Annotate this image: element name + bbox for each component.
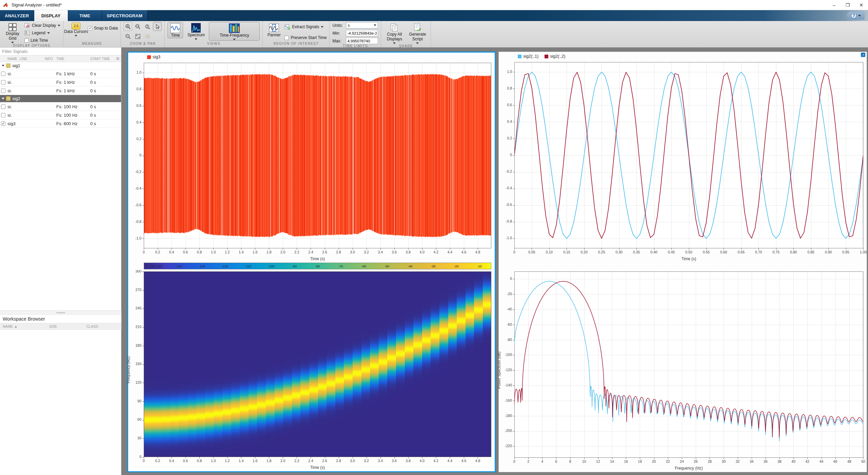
workspace-browser-title: Workspace Browser bbox=[0, 315, 121, 323]
colorbar-tick: -60 bbox=[352, 264, 375, 268]
tab-spectrogram[interactable]: SPECTROGRAM bbox=[102, 10, 147, 21]
zoom-out-button[interactable] bbox=[123, 32, 132, 41]
panel-splitter[interactable] bbox=[0, 310, 121, 315]
legend-label: sig2(:,1) bbox=[523, 54, 538, 59]
title-bar: Signal Analyzer - untitled* – ❐ ✕ bbox=[0, 0, 868, 10]
display-2[interactable]: sig2(:,1)sig2(:,2) Time (s) Power Spectr… bbox=[498, 52, 867, 472]
time-view-button[interactable]: Time bbox=[167, 22, 183, 38]
time-view-label: Time bbox=[171, 33, 180, 38]
sig3-spectrogram-plot[interactable]: Frequency (Hz) bbox=[128, 270, 495, 465]
restore-button[interactable]: ❐ bbox=[841, 0, 854, 10]
signal-row-si.[interactable]: si.Fs: 1 kHz0 s bbox=[0, 70, 121, 78]
panner-button[interactable]: Panner bbox=[265, 22, 282, 38]
preserve-start-time-checkbox[interactable]: Preserve Start Time bbox=[284, 34, 327, 41]
pointer-tool-button[interactable] bbox=[153, 22, 162, 31]
tab-time[interactable]: TIME bbox=[68, 10, 102, 21]
sig2-spectrum-plot[interactable]: Power Spectrum (dB) bbox=[499, 270, 867, 466]
signal-start-time: 0 s bbox=[90, 104, 116, 109]
clear-display-button[interactable]: Clear Display bbox=[24, 22, 60, 29]
zoom-y-button[interactable] bbox=[143, 22, 152, 31]
link-time-checkbox[interactable]: Link Time bbox=[24, 37, 60, 44]
section-label-measure: MEASURE bbox=[63, 42, 120, 47]
checkbox-unchecked-icon bbox=[24, 38, 29, 43]
display-1-selected[interactable]: sig3 Time (s) -150 (dB)-140-130-120-110-… bbox=[127, 52, 496, 472]
fit-to-view-button[interactable] bbox=[133, 32, 142, 41]
signal-table-header: NAMELINEINFOTIMESTART TIME⚙ bbox=[0, 56, 121, 62]
checkbox-unchecked-icon[interactable] bbox=[1, 72, 5, 76]
close-button[interactable]: ✕ bbox=[854, 0, 868, 10]
signal-start-time: 0 s bbox=[90, 121, 116, 126]
units-dropdown[interactable]: s bbox=[346, 22, 378, 28]
checkbox-unchecked-icon[interactable] bbox=[1, 89, 5, 93]
snap-to-data-checkbox[interactable]: ✓ Snap to Data bbox=[88, 25, 118, 32]
signal-row-si.[interactable]: si.Fs: 1 kHz0 s bbox=[0, 78, 121, 87]
sig2-time-xlabel: Time (s) bbox=[499, 256, 867, 263]
max-input[interactable] bbox=[346, 38, 378, 44]
help-button[interactable]: ? bbox=[847, 12, 865, 20]
signal-group-row-sig2[interactable]: sig2 bbox=[0, 95, 121, 102]
column-header[interactable]: INFO bbox=[45, 57, 56, 61]
tab-analyzer[interactable]: ANALYZER bbox=[0, 10, 34, 21]
display-grid-label: Display Grid bbox=[3, 32, 22, 41]
collapse-triangle-icon[interactable] bbox=[2, 98, 4, 99]
filter-signals-input[interactable] bbox=[0, 48, 121, 56]
group-name: sig2 bbox=[12, 96, 20, 101]
checkbox-unchecked-icon[interactable] bbox=[1, 113, 5, 117]
workspace-browser: Workspace Browser NAME ▲SIZECLASS bbox=[0, 310, 121, 330]
signal-row-si.[interactable]: si.Fs: 100 Hz0 s bbox=[0, 111, 121, 119]
signal-row-si.[interactable]: si.Fs: 100 Hz0 s bbox=[0, 102, 121, 111]
maximize-display-icon[interactable]: ↗ bbox=[861, 53, 865, 57]
signal-row-si.[interactable]: si.Fs: 1 kHz0 s bbox=[0, 87, 121, 95]
column-header[interactable]: LINE bbox=[20, 57, 45, 61]
tab-display[interactable]: DISPLAY bbox=[34, 10, 68, 21]
panner-icon bbox=[269, 23, 279, 33]
workspace-column-class[interactable]: CLASS bbox=[86, 324, 117, 328]
min-input[interactable] bbox=[346, 30, 378, 36]
workspace-column-name[interactable]: NAME ▲ bbox=[0, 324, 49, 328]
display-grid-button[interactable]: Display Grid bbox=[3, 22, 22, 43]
extract-signals-button[interactable]: Extract Signals bbox=[284, 23, 327, 30]
zoom-x-button[interactable] bbox=[133, 22, 142, 31]
colorbar-tick: -10 bbox=[468, 264, 491, 268]
sig2-time-plot[interactable] bbox=[499, 61, 867, 256]
column-header[interactable]: TIME bbox=[56, 57, 90, 61]
column-header[interactable]: START TIME bbox=[90, 57, 116, 61]
spectrum-view-button[interactable]: Spectrum bbox=[185, 22, 207, 40]
checkbox-unchecked-icon bbox=[284, 36, 289, 40]
sig3-spectrogram-canvas[interactable] bbox=[128, 270, 495, 465]
link-time-label: Link Time bbox=[31, 38, 48, 43]
gear-icon[interactable]: ⚙ bbox=[116, 56, 121, 61]
column-header[interactable]: NAME bbox=[7, 57, 20, 61]
sig2-time-plot-canvas[interactable] bbox=[499, 61, 867, 256]
minimize-button[interactable]: – bbox=[827, 0, 841, 10]
matlab-logo-icon bbox=[3, 2, 9, 8]
sig3-time-plot-canvas[interactable] bbox=[128, 61, 495, 256]
sig3-time-plot[interactable] bbox=[128, 61, 495, 256]
checkbox-checked-icon[interactable]: ✓ bbox=[1, 121, 5, 126]
legend-button[interactable]: Legend bbox=[24, 30, 60, 36]
section-label-display-options: DISPLAY OPTIONS bbox=[0, 44, 63, 48]
pan-button[interactable] bbox=[143, 32, 152, 41]
time-frequency-view-button[interactable]: Time-Frequency bbox=[209, 22, 260, 41]
checkbox-unchecked-icon[interactable] bbox=[1, 104, 5, 109]
legend-swatch bbox=[545, 55, 548, 58]
sig2-spectrum-canvas[interactable] bbox=[499, 270, 867, 466]
time-frequency-view-icon bbox=[229, 23, 240, 33]
signal-group-row-sig1[interactable]: sig1 bbox=[0, 62, 121, 70]
display-2-legend: sig2(:,1)sig2(:,2) bbox=[499, 52, 867, 61]
spectrogram-xlabel: Time (s) bbox=[128, 465, 495, 471]
data-cursors-button[interactable]: 2.5 Data Cursors bbox=[66, 22, 86, 37]
zoom-in-button[interactable] bbox=[123, 22, 132, 31]
chevron-down-icon bbox=[858, 15, 861, 17]
zoom-in-icon bbox=[125, 24, 131, 30]
spectrum-view-label: Spectrum bbox=[188, 33, 205, 38]
snap-to-data-label: Snap to Data bbox=[94, 26, 118, 31]
collapse-triangle-icon[interactable] bbox=[2, 65, 4, 66]
colorbar-tick: -100 bbox=[260, 264, 283, 268]
workspace-column-size[interactable]: SIZE bbox=[49, 324, 86, 328]
checkbox-unchecked-icon[interactable] bbox=[1, 80, 5, 84]
signal-start-time: 0 s bbox=[90, 71, 116, 76]
copy-all-displays-button[interactable]: Copy All Displays bbox=[384, 22, 405, 44]
generate-script-button[interactable]: Generate Script bbox=[407, 22, 428, 44]
signal-row-sig3[interactable]: ✓sig3Fs: 600 Hz0 s bbox=[0, 119, 121, 128]
